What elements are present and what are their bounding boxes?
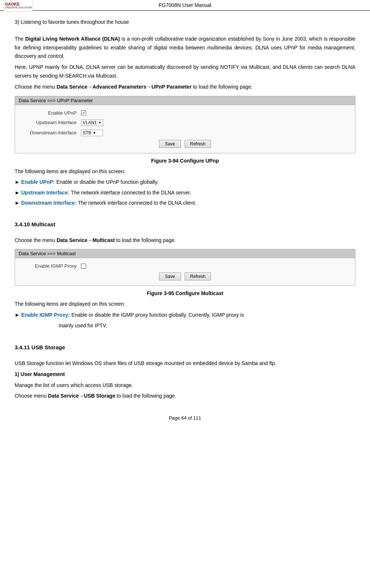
multicast-panel: Data Service ==> Multicast Enable IGMP P… [15,249,355,286]
bullet-arrow-2: ► [15,189,20,197]
fig94-caption: Figure 3-94 Configure UPnp [15,158,355,164]
enable-upnp-row: Enable UPnP [22,110,348,116]
multicast-panel-body: Enable IGMP Proxy Save Refresh [15,258,355,286]
downstream-value: STB [83,130,91,135]
user-para2-bold: Data Service→USB Storage [48,393,115,399]
logo-area: GAOKE CREATIVE SOLUTION [4,0,33,12]
upnp-panel: Data Service ==> UPnP Parameter Enable U… [15,96,355,153]
logo-text: GAOKE [5,2,20,6]
upstream-value: VLAN1 [83,120,97,125]
user-mgmt-heading-text: 1) User Management [15,371,65,377]
bullet-arrow-4: ► [15,311,20,319]
enable-upnp-label: Enable UPnP [22,110,81,116]
downstream-control: STB ▼ [81,130,103,136]
bullet-arrow-1: ► [15,178,20,186]
logo-sub: CREATIVE SOLUTION [5,6,32,9]
bullet-igmp: ► Enable IGMP Proxy: Enable or disable t… [15,311,355,319]
dlna-para1: The Digital Living Network Alliance (DLN… [15,35,355,61]
igmp-indent-text: mainly used for IPTV. [59,321,355,330]
igmp-control [81,264,86,269]
bullet-desc-igmp: Enable or disable the IGMP proxy functio… [71,311,355,319]
bullet-downstream: ► Downstream Interface: The network inte… [15,199,355,207]
downstream-arrow: ▼ [93,131,96,135]
upnp-panel-title: Data Service ==> UPnP Parameter [15,96,355,105]
bullet-key-upstream: Upstream Interface: [21,189,70,197]
multicast-panel-title: Data Service ==> Multicast [15,249,355,258]
dlna-para3: Choose the menu Data Service→Advanced Pa… [15,83,355,92]
section-3411: 3.4.11 USB Storage [15,344,355,350]
upstream-select[interactable]: VLAN1 ▼ [81,119,103,126]
upstream-row: Upstream Interface VLAN1 ▼ [22,119,348,126]
igmp-row: Enable IGMP Proxy [22,263,348,269]
upstream-control: VLAN1 ▼ [81,119,103,126]
bullet-key-downstream: Downstream Interface: [21,199,77,207]
bullet-key-igmp: Enable IGMP Proxy: [21,311,70,319]
user-mgmt-para: Manage the list of users which access US… [15,381,355,390]
enable-upnp-control [81,110,86,115]
multicast-refresh-button[interactable]: Refresh [185,272,211,280]
bullet-arrow-3: ► [15,199,20,207]
bullet-enable-upnp: ► Enable UPnP: Enable or disable the UPn… [15,178,355,186]
downstream-label: Downstream Interface [22,130,81,135]
bullet-desc-downstream: The network interface connected to the D… [78,199,355,207]
upnp-panel-body: Enable UPnP Upstream Interface VLAN1 ▼ D… [15,105,355,153]
following-items-2: The following items are displayed on thi… [15,300,355,309]
following-items-1: The following items are displayed on thi… [15,167,355,176]
main-content: 3) Listening to favorite tunes throughou… [0,11,370,432]
igmp-checkbox[interactable] [81,264,86,269]
upnp-buttons: Save Refresh [22,140,348,148]
upstream-label: Upstream Interface [22,120,81,125]
page-footer: Page 64 of 111 [15,412,355,424]
multicast-save-button[interactable]: Save [159,272,181,280]
item3-text: 3) Listening to favorite tunes throughou… [15,18,355,27]
dlna-para2: Here, UPNP mainly for DLNA, DLNA server … [15,63,355,81]
bullet-key-enable-upnp: Enable UPnP: [21,178,55,186]
multicast-buttons: Save Refresh [22,272,348,280]
document-title: FG7008N User Manual [159,2,211,8]
section-3410: 3.4.10 Multicast [15,221,355,227]
user-mgmt-heading: 1) User Management [15,370,355,379]
downstream-row: Downstream Interface STB ▼ [22,130,348,136]
user-para2-pre: Choose menu [15,393,48,399]
page-header: GAOKE CREATIVE SOLUTION FG7008N User Man… [0,0,370,11]
upstream-arrow: ▼ [98,121,101,124]
downstream-select[interactable]: STB ▼ [81,130,103,136]
multicast-intro: Choose the menu Data Service→Multicast t… [15,236,355,245]
usb-para1: USB Storage function let Windows OS shar… [15,359,355,368]
upnp-save-button[interactable]: Save [159,140,181,148]
enable-upnp-checkbox[interactable] [81,110,86,115]
bullet-desc-enable-upnp: Enable or disable the UPnP function glob… [56,178,355,186]
bullet-desc-upstream: The network interface connected to the D… [71,189,355,197]
user-mgmt-para2: Choose menu Data Service→USB Storage to … [15,392,355,401]
user-para2-post: to load the following page. [115,393,177,399]
fig95-caption: Figure 3-95 Configure Multicast [15,290,355,296]
bullet-upstream: ► Upstream Interface: The network interf… [15,189,355,197]
igmp-indent: mainly used for IPTV. [59,321,355,330]
igmp-label: Enable IGMP Proxy [22,263,81,269]
upnp-refresh-button[interactable]: Refresh [185,140,211,148]
logo: GAOKE CREATIVE SOLUTION [4,0,33,12]
